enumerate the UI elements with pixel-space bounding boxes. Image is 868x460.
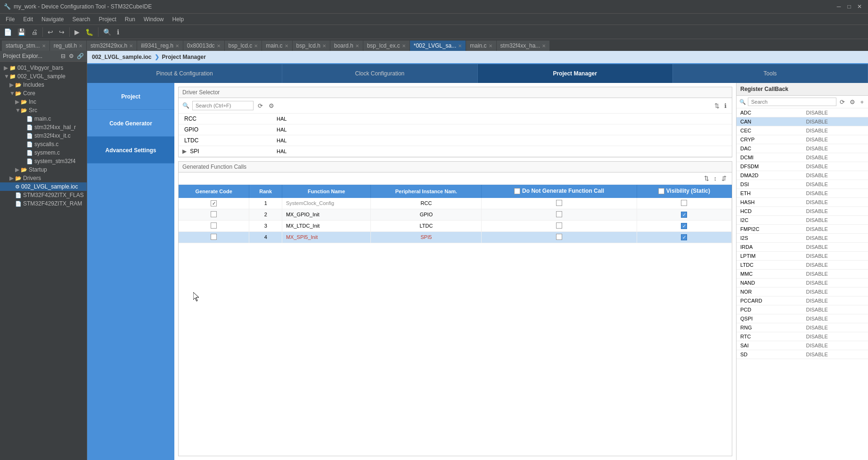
tab-ili9341[interactable]: ili9341_reg.h ✕	[137, 41, 183, 51]
col-do-not-generate[interactable]: Do Not Generate Function Call	[482, 185, 637, 198]
link-icon[interactable]: 🔗	[77, 53, 84, 59]
tree-item-vibgyor[interactable]: ▶ 📁 001_Vibgyor_bars	[0, 64, 87, 72]
callback-row[interactable]: LTDC DISABLE	[737, 261, 868, 270]
driver-row-gpio[interactable]: GPIO HAL	[179, 124, 732, 135]
col-visibility[interactable]: Visibility (Static)	[637, 185, 731, 198]
col-peripheral[interactable]: Peripheral Instance Nam.	[371, 185, 482, 198]
toolbar-run[interactable]: ▶	[73, 27, 82, 37]
toolbar-print[interactable]: 🖨	[29, 27, 40, 37]
callback-row[interactable]: RNG DISABLE	[737, 323, 868, 332]
callback-row[interactable]: ETH DISABLE	[737, 189, 868, 198]
menu-window[interactable]: Window	[140, 15, 168, 24]
sort-button[interactable]: ⇅	[713, 102, 721, 110]
callback-row[interactable]: CRYP DISABLE	[737, 135, 868, 144]
func-row-1[interactable]: 1 SystemClock_Config RCC	[179, 198, 732, 209]
callback-row[interactable]: I2C DISABLE	[737, 216, 868, 225]
callback-row[interactable]: I2S DISABLE	[737, 234, 868, 243]
tab-startup[interactable]: startup_stm... ✕	[2, 41, 50, 51]
callback-row[interactable]: DMA2D DISABLE	[737, 171, 868, 180]
gen-sort-asc[interactable]: ⇅	[703, 174, 711, 182]
callback-row[interactable]: SAI DISABLE	[737, 341, 868, 350]
callback-settings-btn[interactable]: ⚙	[848, 98, 857, 106]
tree-item-src[interactable]: ▼ 📂 Src	[0, 106, 87, 115]
callback-row[interactable]: RTC DISABLE	[737, 332, 868, 341]
callback-refresh-btn[interactable]: ⟳	[838, 98, 846, 106]
do-not-gen-cb-4[interactable]	[556, 234, 562, 240]
nav-project[interactable]: Project	[87, 83, 174, 110]
tab-main-c[interactable]: main.c ✕	[262, 41, 292, 51]
callback-row[interactable]: DSI DISABLE	[737, 180, 868, 189]
callback-row[interactable]: HASH DISABLE	[737, 198, 868, 207]
tab-close-bsp[interactable]: ✕	[254, 43, 258, 49]
nav-advanced-settings[interactable]: Advanced Settings	[87, 137, 174, 164]
config-tab-pinout[interactable]: Pinout & Configuration	[87, 64, 282, 83]
close-button[interactable]: ✕	[855, 2, 864, 11]
col-function-name[interactable]: Function Name	[282, 185, 371, 198]
callback-row[interactable]: CEC DISABLE	[737, 126, 868, 135]
menu-search[interactable]: Search	[68, 15, 94, 24]
menu-file[interactable]: File	[2, 15, 18, 24]
tree-item-syscalls[interactable]: ▶ 📄 syscalls.c	[0, 140, 87, 148]
tree-item-hal[interactable]: ▶ 📄 stm32f4xx_hal_r	[0, 123, 87, 131]
toolbar-undo[interactable]: ↩	[46, 27, 55, 37]
register-callback-search-input[interactable]	[748, 98, 836, 106]
callback-row[interactable]: LPTIM DISABLE	[737, 252, 868, 261]
tree-item-main-c[interactable]: ▶ 📄 main.c	[0, 115, 87, 123]
tree-item-it[interactable]: ▶ 📄 stm32f4xx_it.c	[0, 131, 87, 140]
tab-reg-util[interactable]: reg_util.h ✕	[50, 41, 87, 51]
tree-item-startup[interactable]: ▶ 📂 Startup	[0, 165, 87, 174]
toolbar-info[interactable]: ℹ	[115, 27, 121, 37]
generate-code-cb-2[interactable]	[211, 211, 217, 217]
visibility-cb-1[interactable]	[681, 200, 687, 206]
menu-help[interactable]: Help	[169, 15, 188, 24]
tree-item-lvgl[interactable]: ▼ 📁 002_LVGL_sample	[0, 72, 87, 81]
tab-close-ha[interactable]: ✕	[542, 43, 546, 49]
callback-row[interactable]: NOR DISABLE	[737, 288, 868, 296]
gen-sort-custom[interactable]: ⇵	[720, 174, 728, 182]
tab-bsp-lcd-h[interactable]: bsp_lcd.h ✕	[293, 41, 330, 51]
generate-code-cb-4[interactable]	[211, 234, 217, 240]
func-row-2[interactable]: 2 MX_GPIO_Init GPIO	[179, 209, 732, 220]
tab-bsp-lcd-c[interactable]: bsp_lcd.c ✕	[225, 41, 262, 51]
tab-close-startup[interactable]: ✕	[42, 43, 46, 49]
generate-code-cb-3[interactable]	[211, 222, 217, 229]
filter-icon[interactable]: ⚙	[69, 53, 74, 59]
callback-row[interactable]: CAN DISABLE	[737, 117, 868, 126]
tree-item-core[interactable]: ▼ 📂 Core	[0, 89, 87, 98]
func-row-3[interactable]: 3 MX_LTDC_Init LTDC	[179, 220, 732, 231]
tab-lvgl-sample[interactable]: *002_LVGL_sa... ✕	[410, 41, 467, 51]
menu-run[interactable]: Run	[121, 15, 139, 24]
tab-stm32-ha[interactable]: stm32f4xx_ha... ✕	[497, 41, 550, 51]
visibility-cb-2[interactable]	[681, 212, 687, 218]
menu-project[interactable]: Project	[95, 15, 120, 24]
do-not-gen-cb-1[interactable]	[556, 200, 562, 206]
toolbar-redo[interactable]: ↪	[57, 27, 66, 37]
callback-row[interactable]: HCD DISABLE	[737, 207, 868, 216]
tab-0x80013dc[interactable]: 0x80013dc ✕	[183, 41, 225, 51]
callback-row[interactable]: PCD DISABLE	[737, 305, 868, 314]
do-not-gen-cb-3[interactable]	[556, 222, 562, 229]
visibility-cb-3[interactable]	[681, 223, 687, 229]
callback-row[interactable]: IRDA DISABLE	[737, 243, 868, 252]
tab-close-reg[interactable]: ✕	[79, 43, 82, 49]
callback-add-btn[interactable]: +	[859, 98, 865, 106]
callback-row[interactable]: DFSDM DISABLE	[737, 162, 868, 171]
driver-row-spi[interactable]: ▶ SPI HAL	[179, 146, 732, 157]
config-tab-project-manager[interactable]: Project Manager	[478, 64, 673, 83]
driver-settings-button[interactable]: ⚙	[267, 102, 276, 110]
tree-item-ioc[interactable]: ▶ ⚙ 002_LVGL_sample.ioc	[0, 182, 87, 191]
tab-main-c2[interactable]: main.c ✕	[466, 41, 496, 51]
toolbar-search[interactable]: 🔍	[101, 27, 113, 37]
generate-code-cb-1[interactable]	[211, 200, 217, 206]
callback-row[interactable]: DAC DISABLE	[737, 144, 868, 153]
maximize-button[interactable]: □	[844, 2, 854, 11]
toolbar-new[interactable]: 📄	[2, 27, 14, 37]
callback-row[interactable]: QSPI DISABLE	[737, 314, 868, 323]
gen-sort-desc[interactable]: ↕	[712, 174, 719, 182]
callback-row[interactable]: ADC DISABLE	[737, 108, 868, 117]
driver-row-rcc[interactable]: RCC HAL	[179, 114, 732, 124]
tab-stm32f429[interactable]: stm32f429xx.h ✕	[87, 41, 137, 51]
tab-close-board[interactable]: ✕	[355, 43, 359, 49]
tab-close-0x[interactable]: ✕	[217, 43, 221, 49]
tree-item-system[interactable]: ▶ 📄 system_stm32f4	[0, 157, 87, 165]
